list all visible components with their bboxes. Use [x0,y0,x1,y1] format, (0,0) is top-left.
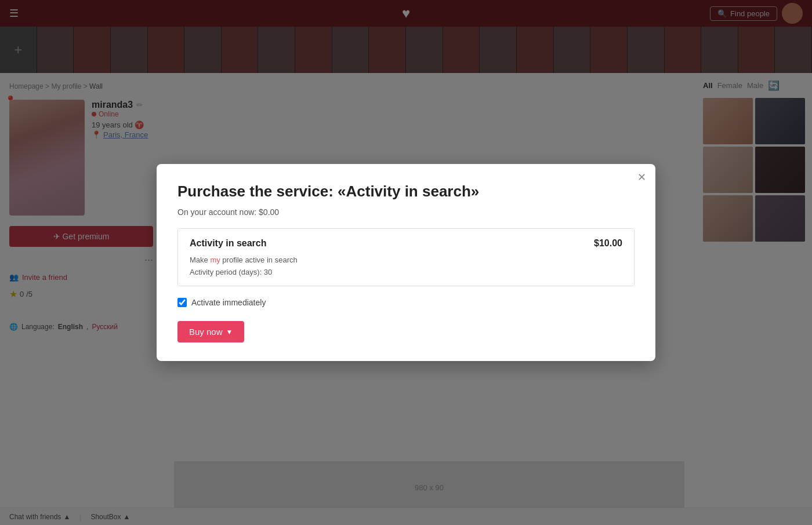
purchase-modal: ✕ Purchase the service: «Activity in sea… [157,164,655,361]
modal-close-button[interactable]: ✕ [637,172,646,183]
highlight-my: my [210,256,220,264]
modal-overlay[interactable]: ✕ Purchase the service: «Activity in sea… [0,0,812,525]
activate-row: Activate immediately [177,298,635,307]
activate-immediately-checkbox[interactable] [177,298,187,307]
buy-now-button[interactable]: Buy now ▼ [177,321,244,342]
service-period: Activity period (days): 30 [190,268,622,276]
service-card-header: Activity in search $10.00 [190,238,622,249]
dropdown-arrow-icon: ▼ [226,328,233,336]
buy-now-label: Buy now [189,327,223,337]
service-price: $10.00 [594,238,622,249]
service-card: Activity in search $10.00 Make my profil… [177,228,635,286]
service-name: Activity in search [190,238,267,249]
activate-immediately-label: Activate immediately [191,298,266,307]
modal-title: Purchase the service: «Activity in searc… [177,183,635,200]
service-description: Make my profile active in search [190,256,622,264]
modal-account-info: On your account now: $0.00 [177,207,635,217]
